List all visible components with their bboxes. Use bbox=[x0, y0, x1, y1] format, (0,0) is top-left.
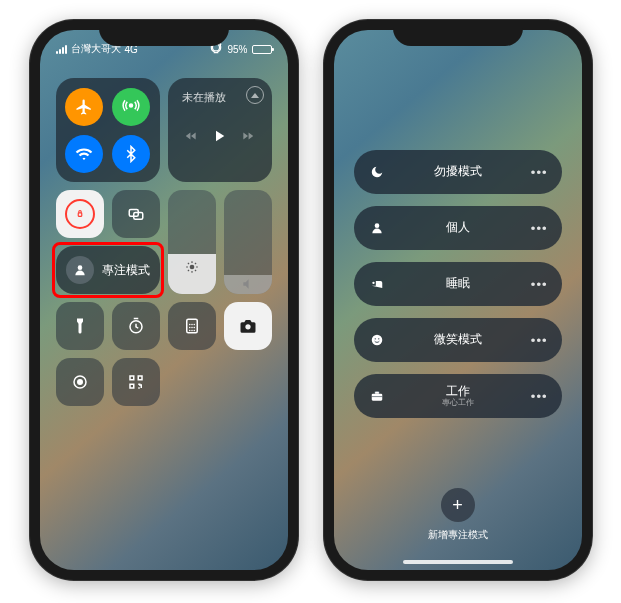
connectivity-group bbox=[56, 78, 160, 182]
notch bbox=[99, 20, 229, 46]
svg-point-5 bbox=[189, 265, 194, 270]
svg-point-24 bbox=[378, 338, 379, 339]
svg-point-16 bbox=[191, 330, 193, 332]
calculator-icon bbox=[183, 317, 201, 335]
svg-point-10 bbox=[191, 324, 193, 326]
speaker-icon bbox=[241, 277, 255, 291]
focus-row-label: 工作 專心工作 bbox=[386, 385, 531, 408]
bluetooth-icon bbox=[122, 145, 140, 163]
focus-row-sleep[interactable]: 睡眠 ••• bbox=[354, 262, 562, 306]
moon-icon bbox=[368, 165, 386, 179]
airplay-icon[interactable] bbox=[246, 86, 264, 104]
screen-focus-modes: 勿擾模式 ••• 個人 ••• 睡眠 ••• bbox=[334, 30, 582, 570]
more-icon[interactable]: ••• bbox=[531, 333, 548, 348]
focus-row-work[interactable]: 工作 專心工作 ••• bbox=[354, 374, 562, 418]
focus-row-label: 個人 bbox=[386, 221, 531, 234]
focus-row-personal[interactable]: 個人 ••• bbox=[354, 206, 562, 250]
add-focus-label: 新增專注模式 bbox=[428, 528, 488, 542]
wifi-icon bbox=[75, 145, 93, 163]
focus-row-label: 睡眠 bbox=[386, 277, 531, 290]
calculator-button[interactable] bbox=[168, 302, 216, 350]
control-center-grid: 未在播放 bbox=[40, 60, 288, 424]
more-icon[interactable]: ••• bbox=[531, 389, 548, 404]
play-icon[interactable] bbox=[210, 127, 228, 149]
person-icon bbox=[66, 256, 94, 284]
timer-icon bbox=[127, 317, 145, 335]
focus-modes-list: 勿擾模式 ••• 個人 ••• 睡眠 ••• bbox=[334, 30, 582, 570]
svg-point-9 bbox=[189, 324, 191, 326]
svg-point-1 bbox=[130, 104, 133, 107]
home-indicator[interactable] bbox=[403, 560, 513, 564]
svg-point-6 bbox=[77, 265, 82, 270]
notch bbox=[393, 20, 523, 46]
plus-icon: + bbox=[452, 495, 463, 516]
svg-point-17 bbox=[193, 330, 195, 332]
screen-record-button[interactable] bbox=[56, 358, 104, 406]
sun-icon bbox=[185, 260, 199, 274]
airplane-icon bbox=[75, 98, 93, 116]
more-icon[interactable]: ••• bbox=[531, 165, 548, 180]
more-icon[interactable]: ••• bbox=[531, 221, 548, 236]
focus-add-section: + 新增專注模式 bbox=[354, 488, 562, 542]
svg-point-23 bbox=[374, 338, 375, 339]
media-controls bbox=[178, 127, 262, 149]
now-playing-panel[interactable]: 未在播放 bbox=[168, 78, 272, 182]
bluetooth-toggle[interactable] bbox=[112, 135, 150, 173]
camera-icon bbox=[239, 317, 257, 335]
svg-point-12 bbox=[189, 327, 191, 329]
timer-button[interactable] bbox=[112, 302, 160, 350]
flashlight-button[interactable] bbox=[56, 302, 104, 350]
airplane-toggle[interactable] bbox=[65, 88, 103, 126]
svg-point-15 bbox=[189, 330, 191, 332]
phone-left: 台灣大哥大 4G 95% bbox=[30, 20, 298, 580]
focus-mode-button[interactable]: 專注模式 bbox=[56, 246, 160, 294]
focus-mode-label: 專注模式 bbox=[102, 262, 150, 279]
svg-point-18 bbox=[245, 324, 250, 329]
camera-button[interactable] bbox=[224, 302, 272, 350]
qr-icon bbox=[127, 373, 145, 391]
svg-point-13 bbox=[191, 327, 193, 329]
briefcase-icon bbox=[368, 389, 386, 403]
screen-mirroring-button[interactable] bbox=[112, 190, 160, 238]
brightness-slider[interactable] bbox=[168, 190, 216, 294]
wifi-toggle[interactable] bbox=[65, 135, 103, 173]
bed-icon bbox=[368, 277, 386, 291]
screen-control-center: 台灣大哥大 4G 95% bbox=[40, 30, 288, 570]
svg-point-20 bbox=[77, 380, 82, 385]
focus-row-smile[interactable]: 微笑模式 ••• bbox=[354, 318, 562, 362]
focus-row-label: 微笑模式 bbox=[386, 333, 531, 346]
signal-bars-icon bbox=[56, 45, 67, 54]
focus-row-sublabel: 專心工作 bbox=[386, 399, 531, 408]
volume-fill bbox=[224, 275, 272, 294]
battery-percent: 95% bbox=[227, 44, 247, 55]
flashlight-icon bbox=[71, 317, 89, 335]
phone-right: 勿擾模式 ••• 個人 ••• 睡眠 ••• bbox=[324, 20, 592, 580]
smile-icon bbox=[368, 333, 386, 347]
person-icon bbox=[368, 221, 386, 235]
svg-point-11 bbox=[193, 324, 195, 326]
qr-scanner-button[interactable] bbox=[112, 358, 160, 406]
brightness-fill bbox=[168, 254, 216, 294]
svg-point-14 bbox=[193, 327, 195, 329]
svg-point-22 bbox=[371, 335, 382, 346]
next-track-icon[interactable] bbox=[241, 129, 255, 147]
volume-slider[interactable] bbox=[224, 190, 272, 294]
previous-track-icon[interactable] bbox=[184, 129, 198, 147]
screen-mirror-icon bbox=[127, 205, 145, 223]
svg-point-21 bbox=[374, 223, 379, 228]
antenna-icon bbox=[122, 98, 140, 116]
record-icon bbox=[71, 373, 89, 391]
add-focus-button[interactable]: + bbox=[441, 488, 475, 522]
focus-row-dnd[interactable]: 勿擾模式 ••• bbox=[354, 150, 562, 194]
svg-rect-2 bbox=[78, 213, 82, 217]
battery-icon bbox=[252, 45, 272, 54]
lock-rotation-icon bbox=[65, 199, 95, 229]
cellular-toggle[interactable] bbox=[112, 88, 150, 126]
orientation-lock-toggle[interactable] bbox=[56, 190, 104, 238]
svg-rect-25 bbox=[371, 394, 382, 401]
focus-row-label: 勿擾模式 bbox=[386, 165, 531, 178]
more-icon[interactable]: ••• bbox=[531, 277, 548, 292]
